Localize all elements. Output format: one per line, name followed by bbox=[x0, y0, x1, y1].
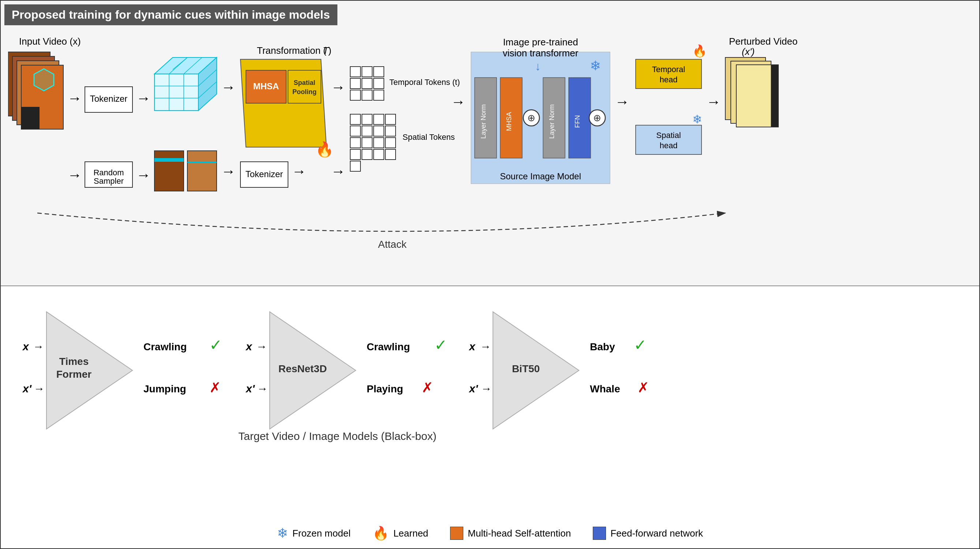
source-model-label: Source Image Model bbox=[500, 171, 581, 181]
svg-rect-53 bbox=[385, 138, 396, 148]
svg-text:(x'): (x') bbox=[742, 46, 754, 57]
svg-text:⊕: ⊕ bbox=[527, 112, 535, 123]
mhsa-legend-label: Multi-head Self-attention bbox=[468, 528, 571, 539]
svg-text:Crawling: Crawling bbox=[367, 341, 410, 352]
svg-rect-102 bbox=[187, 151, 216, 191]
svg-rect-5 bbox=[21, 107, 40, 129]
svg-marker-7 bbox=[154, 74, 198, 111]
svg-text:Baby: Baby bbox=[590, 341, 615, 352]
svg-rect-24 bbox=[288, 70, 321, 103]
svg-text:): ) bbox=[328, 45, 331, 56]
svg-text:Whale: Whale bbox=[590, 383, 620, 395]
svg-text:→: → bbox=[33, 382, 45, 395]
svg-text:→: → bbox=[481, 382, 492, 395]
svg-text:→: → bbox=[615, 94, 629, 110]
svg-rect-32 bbox=[350, 67, 360, 77]
svg-text:Random: Random bbox=[93, 168, 124, 177]
svg-text:MHSA: MHSA bbox=[505, 112, 513, 131]
svg-text:x': x' bbox=[245, 382, 255, 395]
svg-rect-93 bbox=[771, 65, 778, 127]
orange-box-icon bbox=[450, 527, 463, 540]
svg-text:Transformation (: Transformation ( bbox=[257, 45, 326, 56]
legend-mhsa: Multi-head Self-attention bbox=[450, 527, 571, 540]
svg-text:→: → bbox=[136, 167, 151, 183]
svg-text:Perturbed Video: Perturbed Video bbox=[729, 36, 797, 47]
legend: ❄ Frozen model 🔥 Learned Multi-head Self… bbox=[277, 525, 703, 541]
svg-rect-46 bbox=[350, 126, 360, 136]
bottom-diagram: x → x' → Times Former Crawling ✓ Jumping… bbox=[19, 294, 963, 447]
svg-rect-55 bbox=[362, 149, 372, 159]
svg-text:Sampler: Sampler bbox=[94, 177, 124, 186]
svg-text:Playing: Playing bbox=[367, 383, 403, 395]
svg-rect-56 bbox=[374, 149, 384, 159]
svg-rect-36 bbox=[362, 78, 372, 89]
legend-frozen: ❄ Frozen model bbox=[277, 525, 351, 541]
svg-rect-37 bbox=[374, 78, 384, 89]
svg-text:head: head bbox=[660, 75, 678, 84]
svg-text:head: head bbox=[660, 141, 678, 150]
svg-text:Layer Norm: Layer Norm bbox=[480, 104, 487, 139]
svg-text:✗: ✗ bbox=[422, 380, 433, 395]
svg-text:x': x' bbox=[22, 382, 32, 395]
svg-text:→: → bbox=[292, 163, 306, 179]
frozen-label: Frozen model bbox=[293, 528, 351, 539]
fire-icon: 🔥 bbox=[372, 525, 389, 541]
svg-rect-100 bbox=[154, 158, 184, 160]
svg-rect-42 bbox=[350, 114, 360, 124]
input-video-label: Input Video (x) bbox=[19, 36, 81, 47]
top-title: Proposed training for dynamic cues withi… bbox=[5, 5, 337, 25]
svg-rect-103 bbox=[187, 162, 216, 163]
svg-text:✗: ✗ bbox=[638, 380, 649, 395]
svg-rect-48 bbox=[374, 126, 384, 136]
svg-rect-54 bbox=[350, 149, 360, 159]
svg-text:→: → bbox=[67, 167, 82, 183]
svg-text:→: → bbox=[221, 79, 235, 95]
svg-text:→: → bbox=[221, 163, 235, 179]
svg-text:Times: Times bbox=[59, 356, 89, 367]
svg-text:↓: ↓ bbox=[535, 60, 541, 73]
svg-text:→: → bbox=[33, 341, 44, 352]
svg-rect-52 bbox=[374, 138, 384, 148]
svg-text:Temporal: Temporal bbox=[652, 65, 685, 74]
svg-text:→: → bbox=[331, 79, 345, 95]
svg-text:✓: ✓ bbox=[634, 337, 647, 353]
svg-text:Attack: Attack bbox=[378, 239, 407, 250]
arrow2: → bbox=[136, 90, 151, 106]
svg-text:x: x bbox=[22, 341, 29, 352]
svg-rect-101 bbox=[154, 160, 184, 162]
svg-text:✗: ✗ bbox=[209, 380, 221, 395]
svg-rect-33 bbox=[362, 67, 372, 77]
svg-text:Crawling: Crawling bbox=[143, 341, 187, 352]
svg-text:Spatial Tokens: Spatial Tokens bbox=[402, 132, 455, 142]
svg-rect-34 bbox=[374, 67, 384, 77]
svg-text:Spatial: Spatial bbox=[293, 79, 315, 86]
svg-text:→: → bbox=[256, 341, 267, 352]
svg-rect-43 bbox=[362, 114, 372, 124]
tokenizer1-label: Tokenizer bbox=[90, 94, 128, 103]
svg-rect-35 bbox=[350, 78, 360, 89]
svg-rect-50 bbox=[350, 138, 360, 148]
svg-text:❄: ❄ bbox=[692, 113, 702, 126]
blue-box-icon bbox=[593, 527, 606, 540]
legend-learned: 🔥 Learned bbox=[372, 525, 428, 541]
svg-rect-38 bbox=[350, 90, 360, 100]
svg-rect-45 bbox=[385, 114, 396, 124]
bottom-section: x → x' → Times Former Crawling ✓ Jumping… bbox=[1, 286, 979, 548]
svg-text:❄: ❄ bbox=[590, 59, 601, 73]
main-container: Proposed training for dynamic cues withi… bbox=[0, 0, 980, 549]
svg-text:Former: Former bbox=[56, 369, 92, 380]
snowflake-icon: ❄ bbox=[277, 525, 288, 541]
svg-text:x: x bbox=[468, 341, 476, 352]
svg-rect-39 bbox=[362, 90, 372, 100]
svg-text:→: → bbox=[451, 94, 466, 110]
svg-rect-83 bbox=[636, 125, 702, 154]
svg-rect-47 bbox=[362, 126, 372, 136]
svg-text:🔥: 🔥 bbox=[692, 44, 707, 58]
svg-text:→: → bbox=[706, 94, 721, 110]
svg-text:Tokenizer: Tokenizer bbox=[245, 169, 283, 179]
svg-text:→: → bbox=[331, 163, 345, 179]
svg-text:Pooling: Pooling bbox=[293, 88, 317, 95]
svg-rect-58 bbox=[350, 161, 360, 171]
svg-text:Target Video / Image Models (B: Target Video / Image Models (Black-box) bbox=[238, 430, 436, 442]
svg-text:→: → bbox=[480, 341, 491, 352]
